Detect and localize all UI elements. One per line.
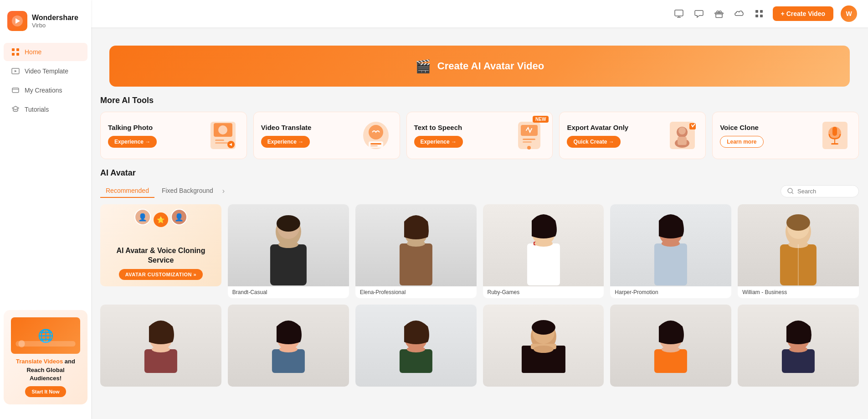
avatar-card-r2-3[interactable] — [355, 305, 477, 387]
app-name: Wondershare — [32, 13, 78, 22]
svg-rect-3 — [12, 53, 15, 56]
avatar-custom-title: AI Avatar & Voice Cloning Service — [100, 246, 221, 265]
svg-rect-82 — [400, 349, 432, 373]
my-creations-icon — [11, 86, 20, 95]
export-avatar-btn[interactable]: Quick Create → — [567, 136, 620, 148]
tool-card-export-avatar[interactable]: Export Avatar Only Quick Create → — [559, 112, 706, 159]
tab-fixed-background[interactable]: Fixed Background — [156, 184, 219, 198]
svg-rect-23 — [215, 142, 229, 144]
svg-point-75 — [152, 346, 170, 352]
search-input[interactable] — [797, 188, 852, 195]
svg-point-34 — [527, 146, 531, 150]
avatar-card-r2-5[interactable] — [610, 305, 731, 387]
avatar-card-harper[interactable]: Harper-Promotion — [610, 204, 731, 298]
sidebar-item-video-template[interactable]: Video Template — [4, 62, 87, 80]
svg-rect-18 — [760, 15, 763, 17]
more-ai-tools-section: More AI Tools Talking Photo Experience → — [91, 87, 868, 159]
sidebar-item-label: My Creations — [25, 87, 62, 94]
svg-rect-39 — [678, 137, 687, 145]
search-icon — [787, 188, 794, 194]
avatar-card-r2-1[interactable] — [100, 305, 221, 387]
chat-icon[interactable] — [693, 7, 705, 20]
tools-grid: Talking Photo Experience → — [100, 112, 859, 159]
main-area: + Create Video W 🎬 Create AI Avatar Vide… — [91, 0, 868, 419]
promo-title: Translate Videos and Reach Global Audien… — [11, 357, 80, 383]
grid-icon[interactable] — [753, 7, 765, 20]
voice-clone-img — [819, 119, 851, 151]
avatar-card-ruby[interactable]: Ruby-Games — [483, 204, 604, 298]
sidebar-item-label: Home — [25, 48, 41, 56]
logo: Wondershare Virbo — [0, 7, 91, 42]
svg-rect-2 — [16, 48, 19, 51]
ai-avatar-title: AI Avatar — [100, 168, 859, 178]
avatar-card-elena[interactable]: Elena-Professional — [355, 204, 477, 298]
svg-point-86 — [531, 320, 555, 335]
tool-title: Export Avatar Only — [567, 124, 628, 131]
video-translate-btn[interactable]: Experience → — [261, 136, 310, 148]
create-video-button[interactable]: + Create Video — [773, 6, 833, 21]
svg-point-79 — [279, 346, 298, 352]
topbar: + Create Video W — [91, 0, 868, 27]
avatar-card-william[interactable]: HOT William - Business — [738, 204, 859, 298]
promo-button[interactable]: Start It Now — [25, 386, 66, 397]
svg-point-93 — [662, 346, 680, 352]
svg-rect-43 — [832, 127, 837, 136]
tool-card-text-to-speech[interactable]: NEW Text to Speech Experience → — [406, 112, 553, 159]
avatar-customization-btn[interactable]: AVATAR CUSTOMIZATION » — [119, 269, 203, 280]
text-to-speech-btn[interactable]: Experience → — [414, 136, 463, 148]
tab-recommended[interactable]: Recommended — [100, 184, 154, 198]
talking-photo-btn[interactable]: Experience → — [108, 136, 157, 148]
svg-rect-29 — [370, 145, 378, 146]
svg-point-68 — [786, 214, 810, 231]
tool-card-voice-clone[interactable]: Voice Clone Learn more — [712, 112, 859, 159]
sidebar-item-tutorials[interactable]: Tutorials — [4, 100, 87, 119]
tool-title: Talking Photo — [108, 124, 157, 131]
screen-icon[interactable] — [673, 7, 685, 20]
svg-point-56 — [407, 240, 425, 247]
avatar-card-r2-2[interactable] — [228, 305, 349, 387]
tool-card-talking-photo[interactable]: Talking Photo Experience → — [100, 112, 247, 159]
svg-rect-55 — [400, 243, 432, 285]
svg-point-98 — [789, 346, 807, 352]
svg-point-96 — [794, 324, 803, 329]
svg-point-52 — [278, 241, 298, 248]
avatar-customization-card[interactable]: 👤 ⭐ 👤 AI Avatar & Voice Cloning Service … — [100, 204, 221, 286]
avatar-card-label: Harper-Promotion — [610, 286, 731, 298]
app-product: Virbo — [32, 22, 78, 29]
svg-rect-6 — [12, 88, 19, 93]
export-avatar-img — [666, 119, 698, 151]
video-translate-img — [360, 119, 392, 151]
avatar-card-r2-6[interactable] — [738, 305, 859, 387]
avatar-card-label: William - Business — [738, 286, 859, 298]
tab-more-chevron[interactable]: › — [222, 187, 225, 195]
svg-rect-16 — [760, 10, 763, 13]
svg-rect-51 — [270, 244, 307, 285]
video-template-icon — [11, 67, 20, 76]
avatar-grid-row2 — [100, 305, 859, 396]
avatar-card-brandt[interactable]: Brandt-Casual — [228, 204, 349, 298]
avatar-card-r2-4[interactable] — [483, 305, 604, 387]
svg-rect-59 — [527, 243, 560, 285]
cloud-icon[interactable] — [733, 7, 745, 20]
svg-line-47 — [792, 192, 793, 194]
tool-card-video-translate[interactable]: Video Translate Experience → — [253, 112, 400, 159]
promo-card: 🌐 Translate Videos and Reach Global Audi… — [4, 310, 87, 404]
hero-banner[interactable]: 🎬 Create AI Avatar Video — [109, 46, 850, 87]
avatar-tabs: Recommended Fixed Background › — [100, 184, 859, 198]
new-badge: NEW — [533, 116, 549, 123]
sidebar-item-my-creations[interactable]: My Creations — [4, 81, 87, 99]
user-avatar[interactable]: W — [841, 5, 857, 22]
voice-clone-btn[interactable]: Learn more — [720, 136, 763, 148]
svg-point-46 — [788, 188, 792, 193]
avatar-search-box — [781, 185, 859, 197]
talking-photo-img — [207, 119, 239, 151]
gift-icon[interactable] — [713, 7, 725, 20]
avatar-card-label: Elena-Professional — [355, 286, 477, 298]
main-nav: Home Video Template My Creations — [0, 42, 91, 119]
hero-section: 🎬 Create AI Avatar Video — [91, 27, 868, 87]
sidebar-item-home[interactable]: Home — [4, 43, 87, 61]
svg-rect-97 — [782, 349, 815, 373]
svg-rect-45 — [831, 143, 838, 145]
svg-rect-22 — [215, 140, 224, 141]
tutorials-icon — [11, 105, 20, 114]
